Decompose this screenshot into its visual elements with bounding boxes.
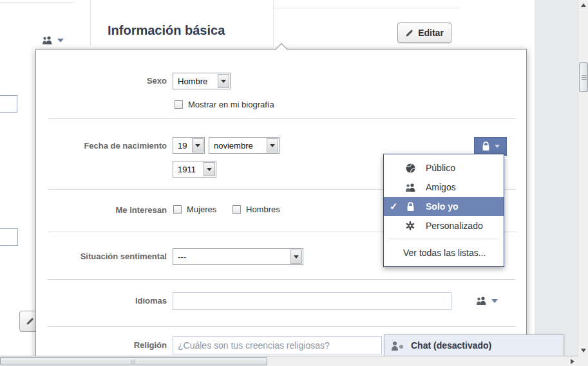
interested-men-label: Hombres bbox=[246, 205, 280, 214]
chevron-down-icon bbox=[294, 255, 299, 259]
birth-year-select[interactable]: 1911 bbox=[173, 161, 216, 178]
lock-icon bbox=[403, 202, 417, 212]
horizontal-scrollbar-thumb[interactable] bbox=[0, 357, 267, 365]
chat-bar-label: Chat (desactivado) bbox=[411, 340, 491, 351]
page-gutter bbox=[535, 0, 578, 356]
birth-day-select[interactable]: 19 bbox=[173, 137, 205, 154]
birth-year-value: 1911 bbox=[173, 161, 203, 177]
section-divider bbox=[0, 2, 74, 3]
chevron-down-icon bbox=[495, 145, 500, 148]
privacy-dropdown-menu: Público Amigos ✓ Solo yo bbox=[383, 154, 504, 267]
chevron-down-icon bbox=[57, 39, 64, 42]
show-in-bio-checkbox[interactable] bbox=[175, 100, 183, 109]
interested-women-label: Mujeres bbox=[187, 205, 216, 214]
gender-label: Sexo bbox=[36, 76, 167, 86]
scroll-right-icon bbox=[571, 359, 574, 364]
pencil-icon bbox=[405, 29, 413, 37]
thumb-grip bbox=[135, 360, 135, 364]
gear-icon bbox=[403, 221, 417, 231]
relationship-select[interactable]: --- bbox=[173, 248, 303, 265]
row-divider bbox=[48, 279, 516, 280]
religion-input[interactable] bbox=[173, 336, 382, 354]
birth-month-value: noviembre bbox=[209, 138, 266, 153]
globe-icon bbox=[403, 163, 417, 174]
thumb-grip bbox=[582, 77, 587, 78]
thumb-grip bbox=[582, 79, 587, 80]
interested-men-checkbox[interactable] bbox=[232, 205, 241, 214]
chevron-down-icon bbox=[195, 144, 200, 147]
chevron-down-icon bbox=[221, 80, 226, 83]
menu-item-label: Amigos bbox=[384, 182, 456, 192]
select-arrow-button bbox=[204, 162, 215, 176]
edit-button-label: Editar bbox=[418, 28, 444, 38]
gender-select-value: Hombre bbox=[173, 73, 217, 89]
background-input-fragment bbox=[0, 228, 18, 246]
column-divider bbox=[273, 0, 274, 46]
interested-women-checkbox[interactable] bbox=[173, 205, 182, 214]
column-divider bbox=[90, 0, 91, 45]
facebook-edit-profile-screen: Información básica Editar Sexo Hombre Mo… bbox=[0, 0, 588, 366]
scrollbar-corner bbox=[578, 356, 588, 366]
friends-icon bbox=[403, 183, 417, 192]
menu-item-label: Público bbox=[384, 163, 455, 173]
select-arrow-button bbox=[218, 74, 229, 88]
edit-button[interactable]: Editar bbox=[397, 23, 451, 43]
languages-label: Idiomas bbox=[36, 296, 167, 306]
thumb-grip bbox=[133, 360, 133, 364]
chat-person-icon bbox=[390, 341, 406, 351]
menu-divider bbox=[389, 239, 498, 239]
chat-bar[interactable]: Chat (desactivado) bbox=[384, 334, 564, 356]
vertical-scrollbar[interactable] bbox=[578, 0, 588, 356]
birth-month-select[interactable]: noviembre bbox=[209, 137, 280, 154]
select-arrow-button bbox=[192, 138, 204, 152]
languages-privacy-selector[interactable] bbox=[475, 296, 498, 306]
pencil-icon bbox=[26, 317, 34, 325]
relationship-select-value: --- bbox=[173, 249, 290, 264]
birthdate-privacy-button[interactable] bbox=[474, 137, 507, 156]
horizontal-scrollbar[interactable] bbox=[0, 356, 588, 366]
friends-icon bbox=[475, 296, 488, 306]
section-divider bbox=[273, 8, 460, 8]
birthdate-label: Fecha de nacimiento bbox=[36, 141, 167, 151]
chevron-down-icon bbox=[491, 299, 498, 303]
gender-select[interactable]: Hombre bbox=[173, 73, 231, 89]
page-title: Información básica bbox=[108, 23, 225, 38]
menu-item-public[interactable]: Público bbox=[384, 158, 504, 178]
interested-in-label: Me interesan bbox=[36, 205, 167, 215]
languages-input[interactable] bbox=[173, 292, 451, 310]
lock-icon bbox=[482, 142, 490, 151]
select-arrow-button bbox=[290, 250, 302, 264]
select-arrow-button bbox=[267, 138, 278, 152]
thumb-grip bbox=[131, 360, 131, 364]
menu-item-see-all-lists[interactable]: Ver todas las listas... bbox=[384, 242, 504, 262]
menu-item-only-me[interactable]: ✓ Solo yo bbox=[384, 197, 504, 216]
scroll-down-icon[interactable] bbox=[581, 349, 586, 352]
chevron-down-icon bbox=[270, 144, 275, 147]
row-divider bbox=[48, 118, 516, 119]
thumb-grip bbox=[582, 75, 587, 76]
show-in-bio-label: Mostrar en mi biografía bbox=[188, 100, 274, 109]
religion-label: Religión bbox=[36, 340, 167, 350]
row-divider bbox=[48, 326, 516, 327]
vertical-scrollbar-thumb[interactable] bbox=[579, 62, 588, 92]
relationship-label: Situación sentimental bbox=[36, 252, 167, 261]
checkmark-icon: ✓ bbox=[390, 201, 403, 212]
friends-icon bbox=[41, 35, 53, 45]
menu-item-friends[interactable]: Amigos bbox=[384, 178, 504, 197]
scroll-right-button[interactable] bbox=[567, 357, 578, 366]
chevron-down-icon bbox=[207, 168, 212, 171]
section-privacy-selector[interactable] bbox=[41, 35, 64, 45]
background-input-fragment bbox=[0, 95, 17, 113]
birth-day-value: 19 bbox=[173, 138, 191, 153]
menu-item-custom[interactable]: Personalizado bbox=[384, 216, 504, 235]
scroll-up-icon[interactable] bbox=[581, 3, 586, 7]
menu-item-label: Personalizado bbox=[384, 221, 483, 231]
